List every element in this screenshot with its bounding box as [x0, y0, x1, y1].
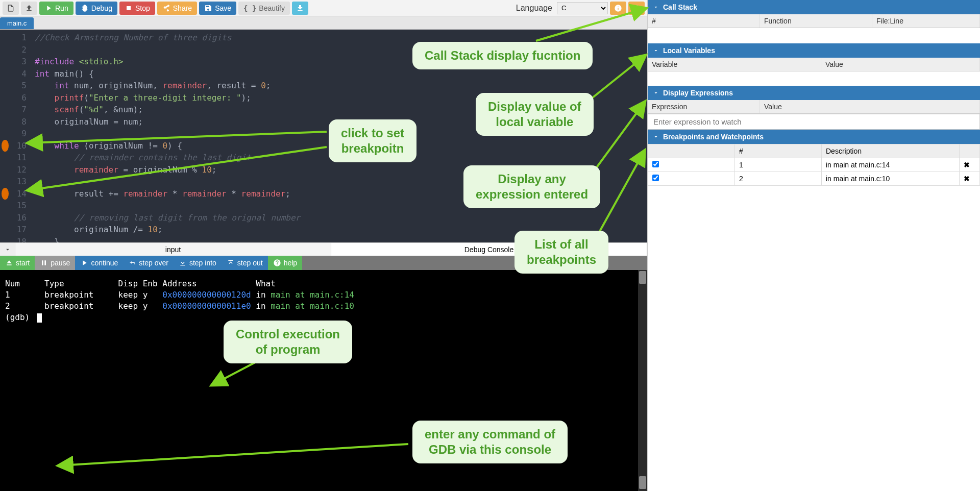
terminal-row: 1 breakpoint keep y 0x000000000000120d i… — [5, 289, 642, 301]
breakpoint-marker[interactable] — [2, 140, 9, 152]
start-button[interactable]: start — [0, 256, 35, 270]
right-pane: Call Stack # Function File:Line Local Va… — [647, 0, 980, 491]
settings-button[interactable] — [628, 2, 645, 15]
expressions-columns: Expression Value — [648, 100, 980, 114]
stop-icon — [125, 4, 133, 12]
annotation-callstack: Call Stack display fucntion — [412, 42, 593, 69]
chevron-down-icon — [653, 47, 659, 54]
locals-body — [648, 71, 980, 86]
terminal-scrollbar[interactable] — [638, 270, 647, 491]
line-number-gutter: 1234567891011121314151617181920212223242… — [10, 30, 31, 242]
step-over-icon — [128, 259, 136, 267]
breakpoint-description: in main at main.c:14 — [822, 158, 960, 172]
chevron-down-icon — [653, 134, 659, 140]
info-button[interactable] — [610, 2, 626, 15]
debug-button[interactable]: Debug — [76, 2, 117, 15]
breakpoint-number: 1 — [735, 158, 822, 172]
breakpoint-enable-checkbox[interactable] — [652, 161, 659, 167]
share-icon — [162, 4, 170, 12]
play-icon — [80, 259, 88, 267]
locals-panel-header[interactable]: Local Variables — [648, 43, 980, 58]
breakpoint-row: 2 in main at main.c:10 ✖ — [648, 172, 980, 186]
breakpoint-number: 2 — [735, 172, 822, 186]
file-icon — [7, 4, 15, 12]
breakpoint-row: 1 in main at main.c:14 ✖ — [648, 158, 980, 172]
download-icon — [296, 4, 304, 12]
file-tabbar: main.c — [0, 16, 647, 30]
download-button[interactable] — [292, 2, 308, 15]
console-collapse-button[interactable] — [0, 243, 15, 256]
save-icon — [204, 4, 212, 12]
help-icon — [273, 259, 281, 267]
chevron-down-icon — [4, 246, 11, 253]
beautify-label: Beautify — [259, 4, 285, 12]
breakpoint-enable-checkbox[interactable] — [652, 175, 659, 181]
stop-label: Stop — [135, 4, 150, 12]
breakpoint-marker[interactable] — [2, 188, 9, 200]
cursor-icon — [37, 313, 42, 323]
step-out-icon — [227, 259, 235, 267]
info-icon — [614, 4, 622, 12]
bug-icon — [81, 4, 89, 12]
step-into-icon — [179, 259, 187, 267]
upload-icon — [25, 4, 33, 12]
terminal-header: Num Type Disp Enb Address What — [5, 278, 642, 289]
terminal-row: 2 breakpoint keep y 0x00000000000011e0 i… — [5, 301, 642, 312]
remove-breakpoint-button[interactable]: ✖ — [964, 161, 970, 169]
step-out-button[interactable]: step out — [222, 256, 268, 270]
play-icon — [44, 4, 53, 12]
breakpoint-description: in main at main.c:10 — [822, 172, 960, 186]
annotation-locals: Display value oflocal variable — [476, 93, 594, 136]
breakpoint-gutter[interactable] — [0, 30, 10, 242]
annotation-click-breakpoint: click to setbreakpoitn — [329, 119, 416, 162]
chevron-down-icon — [653, 90, 659, 96]
debug-label: Debug — [91, 4, 112, 12]
annotation-control: Control executionof program — [224, 321, 352, 363]
callstack-body — [648, 28, 980, 43]
eject-icon — [5, 259, 13, 267]
stop-button[interactable]: Stop — [119, 2, 155, 15]
step-over-button[interactable]: step over — [123, 256, 174, 270]
annotation-gdb-console: enter any command ofGDB via this console — [412, 421, 568, 463]
help-button[interactable]: help — [268, 256, 302, 270]
breakpoints-panel-header[interactable]: Breakpoints and Watchpoints — [648, 130, 980, 144]
continue-button[interactable]: continue — [75, 256, 123, 270]
share-button[interactable]: Share — [157, 2, 197, 15]
expressions-panel-header[interactable]: Display Expressions — [648, 86, 980, 100]
run-button[interactable]: Run — [39, 2, 74, 15]
language-label: Language — [516, 4, 552, 13]
save-button[interactable]: Save — [199, 2, 236, 15]
input-tab[interactable]: input — [15, 243, 331, 256]
annotation-breakpoint-list: List of allbreakpoints — [514, 231, 608, 274]
main-toolbar: Run Debug Stop Share Save { } Beautify — [0, 0, 647, 16]
chevron-down-icon — [653, 4, 659, 10]
locals-columns: Variable Value — [648, 58, 980, 71]
language-select[interactable]: C — [557, 2, 608, 14]
pause-button[interactable]: pause — [35, 256, 75, 270]
remove-breakpoint-button[interactable]: ✖ — [964, 175, 970, 183]
callstack-panel-header[interactable]: Call Stack — [648, 0, 980, 14]
braces-icon: { } — [243, 4, 256, 12]
annotation-expression: Display anyexpression entered — [463, 165, 600, 208]
step-into-button[interactable]: step into — [174, 256, 222, 270]
pause-icon — [40, 259, 48, 267]
callstack-columns: # Function File:Line — [648, 14, 980, 28]
new-file-button[interactable] — [3, 2, 19, 15]
app-root: Run Debug Stop Share Save { } Beautify — [0, 0, 980, 491]
expression-input[interactable] — [648, 114, 980, 130]
run-label: Run — [55, 4, 68, 12]
save-label: Save — [215, 4, 231, 12]
gear-icon — [632, 4, 641, 12]
beautify-button[interactable]: { } Beautify — [238, 2, 290, 15]
upload-button[interactable] — [21, 2, 37, 15]
file-tab[interactable]: main.c — [0, 17, 34, 29]
breakpoints-table: # Description 1 in main at main.c:14 ✖ 2… — [648, 144, 980, 186]
share-label: Share — [173, 4, 192, 12]
